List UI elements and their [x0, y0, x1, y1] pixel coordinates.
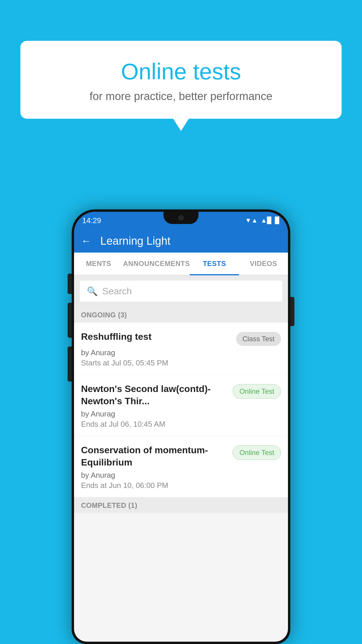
front-camera	[178, 215, 184, 220]
bubble-subtitle: for more practice, better performance	[35, 90, 327, 103]
test-item-1[interactable]: Reshuffling test Class Test by Anurag St…	[74, 323, 288, 375]
tab-announcements[interactable]: ANNOUNCEMENTS	[123, 253, 190, 275]
test-item-1-date: Starts at Jul 05, 05:45 PM	[81, 358, 281, 368]
test-item-3-header: Conservation of momentum-Equilibrium Onl…	[81, 444, 281, 468]
test-item-2[interactable]: Newton's Second law(contd)-Newton's Thir…	[74, 375, 288, 436]
test-item-3-badge: Online Test	[233, 445, 281, 460]
power-button	[290, 297, 294, 326]
test-item-3-author: by Anurag	[81, 471, 281, 480]
test-item-1-author: by Anurag	[81, 348, 281, 357]
phone-notch	[164, 212, 198, 224]
app-bar-title: Learning Light	[100, 235, 171, 247]
tabs-bar: MENTS ANNOUNCEMENTS TESTS VIDEOS	[74, 253, 288, 275]
test-item-2-author: by Anurag	[81, 410, 281, 419]
phone-screen: 14:29 ▼▲ ▲▉ ▉ ← Learning Light MENTS ANN…	[74, 212, 288, 642]
test-item-2-badge: Online Test	[233, 384, 281, 399]
silent-button	[68, 346, 72, 382]
test-item-2-header: Newton's Second law(contd)-Newton's Thir…	[81, 383, 281, 407]
test-item-3-date: Ends at Jun 10, 06:00 PM	[81, 481, 281, 490]
back-button[interactable]: ←	[81, 235, 92, 247]
ongoing-section-header: ONGOING (3)	[74, 307, 288, 323]
search-icon: 🔍	[87, 286, 98, 296]
test-list: Reshuffling test Class Test by Anurag St…	[74, 323, 288, 497]
search-bar[interactable]: 🔍 Search	[80, 281, 282, 302]
search-placeholder-text: Search	[102, 286, 132, 297]
status-time: 14:29	[82, 216, 101, 225]
search-container: 🔍 Search	[74, 275, 288, 307]
bubble-title: Online tests	[35, 58, 327, 85]
test-item-1-badge: Class Test	[236, 332, 281, 346]
phone-frame: 14:29 ▼▲ ▲▉ ▉ ← Learning Light MENTS ANN…	[72, 209, 290, 644]
tab-tests[interactable]: TESTS	[190, 253, 239, 275]
speech-bubble-container: Online tests for more practice, better p…	[20, 41, 342, 119]
test-item-2-title: Newton's Second law(contd)-Newton's Thir…	[81, 383, 227, 407]
volume-up-button	[68, 274, 72, 294]
tab-ments[interactable]: MENTS	[74, 253, 123, 275]
wifi-icon: ▼▲	[245, 217, 258, 224]
battery-icon: ▉	[275, 217, 280, 224]
status-icons: ▼▲ ▲▉ ▉	[245, 217, 280, 224]
test-item-1-title: Reshuffling test	[81, 331, 230, 343]
volume-down-button	[68, 303, 72, 338]
signal-icon: ▲▉	[261, 217, 272, 224]
tab-videos[interactable]: VIDEOS	[239, 253, 288, 275]
speech-bubble: Online tests for more practice, better p…	[20, 41, 342, 119]
completed-section-header: COMPLETED (1)	[74, 497, 288, 513]
test-item-1-header: Reshuffling test Class Test	[81, 331, 281, 346]
app-bar: ← Learning Light	[74, 229, 288, 253]
test-item-3-title: Conservation of momentum-Equilibrium	[81, 444, 227, 468]
test-item-2-date: Ends at Jul 06, 10:45 AM	[81, 420, 281, 429]
test-item-3[interactable]: Conservation of momentum-Equilibrium Onl…	[74, 436, 288, 497]
